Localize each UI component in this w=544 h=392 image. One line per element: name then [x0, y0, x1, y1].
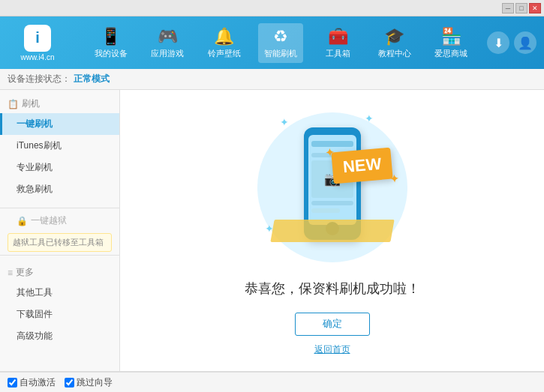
- nav-items: 📱 我的设备 🎮 应用游戏 🔔 铃声壁纸 ♻ 智能刷机 🧰 工具箱 🎓 教程中心…: [83, 23, 479, 63]
- guide-checkbox[interactable]: 跳过向导: [65, 376, 113, 389]
- device-footer: 自动激活 跳过向导 📱 iPhone 12 mini 64GB Down-12m…: [0, 371, 544, 392]
- logo-icon: i: [24, 25, 51, 52]
- shop-icon: 🏪: [441, 27, 461, 46]
- flash-group-label: 刷机: [22, 97, 40, 110]
- sidebar-item-download-firmware[interactable]: 下载固件: [0, 304, 119, 325]
- apps-games-icon: 🎮: [158, 27, 178, 46]
- save-flash-label: 救急刷机: [17, 184, 53, 194]
- toolbox-icon: 🧰: [328, 27, 348, 46]
- tutorials-icon: 🎓: [384, 27, 404, 46]
- locked-jailbreak: 🔒 一键越狱: [0, 211, 119, 230]
- sidebar-item-one-click-flash[interactable]: 一键刷机: [0, 113, 119, 135]
- user-button[interactable]: 👤: [514, 31, 536, 54]
- nav-tutorials-label: 教程中心: [378, 48, 411, 59]
- nav-ringtones[interactable]: 🔔 铃声壁纸: [202, 23, 247, 63]
- other-tools-label: 其他工具: [17, 287, 53, 298]
- success-text: 恭喜您，保资料刷机成功啦！: [245, 280, 420, 298]
- nav-smart-flash[interactable]: ♻ 智能刷机: [258, 23, 303, 63]
- nav-my-device[interactable]: 📱 我的设备: [89, 23, 134, 63]
- more-section: ≡ 更多 其他工具 下载固件 高级功能: [0, 259, 119, 352]
- more-group-label: 更多: [16, 266, 34, 279]
- jailbreak-note: 越狱工具已转移至工具箱: [8, 233, 112, 252]
- nav-apps-games-label: 应用游戏: [151, 48, 184, 59]
- itunes-flash-label: iTunes刷机: [17, 140, 62, 151]
- nav-toolbox-label: 工具箱: [326, 48, 350, 59]
- confirm-button[interactable]: 确定: [295, 313, 370, 336]
- status-value: 正常模式: [74, 73, 110, 85]
- header: i www.i4.cn 📱 我的设备 🎮 应用游戏 🔔 铃声壁纸 ♻ 智能刷机 …: [0, 16, 544, 69]
- lock-icon: 🔒: [17, 216, 28, 226]
- my-device-icon: 📱: [101, 27, 121, 46]
- footer-checkbox-row: 自动激活 跳过向导: [0, 372, 544, 392]
- advanced-label: 高级功能: [17, 331, 53, 341]
- ribbon: [270, 220, 394, 242]
- status-bar: 设备连接状态： 正常模式: [0, 69, 544, 90]
- flash-group-icon: 📋: [8, 99, 19, 109]
- nav-toolbox[interactable]: 🧰 工具箱: [315, 23, 360, 63]
- jailbreak-note-text: 越狱工具已转移至工具箱: [13, 238, 104, 247]
- sidebar-item-advanced[interactable]: 高级功能: [0, 325, 119, 347]
- nav-ringtones-label: 铃声壁纸: [208, 48, 241, 59]
- nav-shop-label: 爱思商城: [434, 48, 467, 59]
- nav-apps-games[interactable]: 🎮 应用游戏: [145, 23, 190, 63]
- flash-group-header[interactable]: 📋 刷机: [0, 94, 119, 113]
- minimize-button[interactable]: ─: [502, 3, 514, 13]
- smart-flash-icon: ♻: [273, 27, 288, 46]
- pro-flash-label: 专业刷机: [17, 162, 53, 172]
- main-layout: 📋 刷机 一键刷机 iTunes刷机 专业刷机 救急刷机 🔒 一键越狱 越狱工具…: [0, 90, 544, 371]
- illustration: ✦ ✦ ✦ 📷 NEW: [250, 105, 415, 265]
- guide-input[interactable]: [65, 378, 74, 388]
- nav-my-device-label: 我的设备: [95, 48, 128, 59]
- nav-shop[interactable]: 🏪 爱思商城: [428, 23, 473, 63]
- close-button[interactable]: ✕: [529, 3, 541, 13]
- more-group-header: ≡ 更多: [0, 263, 119, 282]
- locked-label: 一键越狱: [31, 214, 67, 227]
- sidebar-item-pro-flash[interactable]: 专业刷机: [0, 157, 119, 178]
- ringtones-icon: 🔔: [214, 27, 234, 46]
- nav-right: ⬇ 👤: [487, 31, 536, 54]
- status-label: 设备连接状态：: [8, 73, 71, 85]
- illus-new-badge: NEW: [331, 148, 393, 184]
- auto-start-checkbox[interactable]: 自动激活: [8, 376, 56, 389]
- logo-url: www.i4.cn: [20, 53, 54, 61]
- title-bar: ─ □ ✕: [0, 0, 544, 16]
- auto-start-label: 自动激活: [20, 376, 56, 389]
- divider-1: [0, 208, 119, 208]
- flash-section: 📋 刷机 一键刷机 iTunes刷机 专业刷机 救急刷机: [0, 90, 119, 205]
- logo-area[interactable]: i www.i4.cn: [8, 25, 68, 61]
- guide-label: 跳过向导: [77, 376, 113, 389]
- sidebar-item-other-tools[interactable]: 其他工具: [0, 282, 119, 304]
- sparkle-1: ✦: [280, 116, 289, 128]
- sparkle-2: ✦: [365, 112, 374, 124]
- sidebar: 📋 刷机 一键刷机 iTunes刷机 专业刷机 救急刷机 🔒 一键越狱 越狱工具…: [0, 90, 120, 371]
- nav-tutorials[interactable]: 🎓 教程中心: [372, 23, 417, 63]
- download-button[interactable]: ⬇: [487, 31, 509, 54]
- sidebar-item-save-flash[interactable]: 救急刷机: [0, 178, 119, 200]
- back-link[interactable]: 返回首页: [314, 343, 350, 356]
- sidebar-item-itunes-flash[interactable]: iTunes刷机: [0, 135, 119, 157]
- one-click-flash-label: 一键刷机: [17, 118, 53, 129]
- nav-smart-flash-label: 智能刷机: [264, 48, 297, 59]
- divider-2: [0, 255, 119, 256]
- auto-start-input[interactable]: [8, 378, 17, 388]
- download-firmware-label: 下载固件: [17, 309, 53, 319]
- content-area: ✦ ✦ ✦ 📷 NEW 恭喜您，保资料刷机成功啦！ 确定: [120, 90, 544, 371]
- maximize-button[interactable]: □: [515, 3, 527, 13]
